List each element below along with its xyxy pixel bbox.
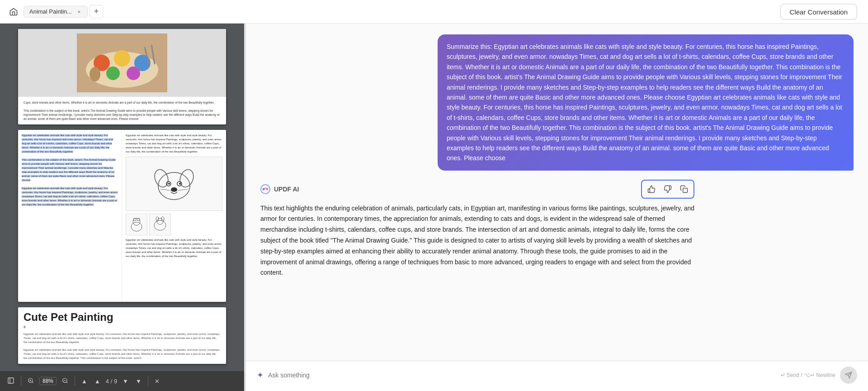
separator-2: [75, 377, 75, 386]
svg-rect-40: [683, 188, 688, 192]
page-indicator: 4 / 9: [106, 378, 117, 385]
document-tab[interactable]: Animal Paintin... ×: [24, 6, 88, 18]
ai-logo-row: UPDF AI: [260, 184, 299, 194]
svg-point-17: [171, 187, 177, 192]
pdf-page-2-left: Egyptian art celebrates animals like cat…: [18, 130, 122, 302]
pdf-page-1: Cups, store brands and other items. Whet…: [18, 29, 226, 124]
sketch-2: [149, 214, 171, 235]
chat-input-area: ✦ ↵ Send / ⌥↵ Newline: [246, 361, 868, 391]
svg-line-31: [32, 381, 33, 383]
copy-button[interactable]: [677, 182, 691, 196]
pdf-panel: Cups, store brands and other items. Whet…: [0, 24, 244, 391]
zoom-level[interactable]: 88%: [39, 377, 57, 385]
zoom-in-button[interactable]: [26, 377, 36, 386]
ai-response-text: This text highlights the enduring celebr…: [260, 203, 694, 279]
svg-point-3: [114, 50, 130, 67]
pdf-section-label: S: [18, 325, 226, 330]
close-panel-button[interactable]: ✕: [153, 377, 161, 386]
zoom-out-button[interactable]: [60, 377, 70, 386]
svg-point-10: [158, 172, 190, 200]
svg-point-6: [127, 67, 140, 80]
paint-palette-illustration: [77, 33, 167, 92]
pdf-right-text-bottom: Egyptian art celebrates animals like cat…: [126, 238, 222, 257]
tab-label: Animal Paintin...: [29, 8, 72, 15]
pdf-continuation-text: Egyptian art celebrates animals like cat…: [18, 348, 226, 364]
dog-sketch-area: [126, 157, 222, 211]
pdf-page-image: [18, 29, 226, 97]
user-message-text: Summarize this: Egyptian art celebrates …: [447, 43, 842, 162]
svg-line-18: [160, 189, 170, 191]
pdf-page-3: Cute Pet Painting S Egyptian art celebra…: [18, 307, 226, 364]
ai-label-text: UPDF AI: [274, 186, 299, 193]
top-bar: Animal Paintin... × + Clear Conversation: [0, 0, 868, 24]
highlighted-text-left-2: This combination is the subject of this …: [22, 158, 116, 181]
sketch-1: [126, 214, 147, 235]
svg-point-7: [90, 67, 100, 81]
thumbs-up-button[interactable]: [645, 182, 658, 196]
ai-response-header: UPDF AI: [260, 180, 694, 199]
pdf-right-text-top: Egyptian art celebrates animals like cat…: [126, 134, 222, 153]
dog-sketch-svg: [147, 161, 201, 206]
main-layout: Cups, store brands and other items. Whet…: [0, 24, 868, 391]
ai-response-block: UPDF AI: [260, 180, 694, 279]
pdf-bottom-toolbar: 88% ▲ ▲ 4 / 9 ▼ ▼ ✕: [0, 371, 244, 391]
animal-sketches-row: [126, 214, 222, 235]
highlighted-text-left: Egyptian art celebrates animals like cat…: [22, 134, 113, 153]
prev-page-button-2[interactable]: ▲: [93, 377, 102, 386]
cute-pet-title: Cute Pet Painting: [18, 307, 226, 325]
chat-input-row: ✦ ↵ Send / ⌥↵ Newline: [257, 367, 857, 384]
tab-close-button[interactable]: ×: [75, 8, 83, 15]
separator-1: [21, 377, 21, 386]
next-page-button[interactable]: ▼: [121, 377, 130, 386]
user-message-bubble: Summarize this: Egyptian art celebrates …: [438, 34, 854, 171]
svg-point-20: [131, 222, 142, 231]
updf-ai-logo-icon: [260, 184, 270, 194]
pdf-page-2: Egyptian art celebrates animals like cat…: [18, 130, 226, 302]
thumbs-down-button[interactable]: [661, 182, 675, 196]
chat-messages-area: Summarize this: Egyptian art celebrates …: [246, 24, 868, 361]
svg-line-19: [178, 189, 188, 191]
highlighted-text-left-3: Egyptian art celebrates animals like cat…: [22, 187, 118, 206]
svg-point-16: [179, 183, 181, 185]
input-hint-text: ↵ Send / ⌥↵ Newline: [781, 372, 835, 378]
prev-page-button[interactable]: ▲: [80, 377, 89, 386]
pdf-page-bottom-text: Egyptian art celebrates animals like cat…: [18, 330, 226, 348]
svg-line-35: [66, 381, 68, 383]
svg-point-21: [133, 218, 140, 225]
svg-point-27: [161, 217, 164, 221]
sidebar-toggle-button[interactable]: [5, 376, 16, 386]
pdf-page-2-right: Egyptian art celebrates animals like cat…: [122, 130, 226, 302]
ai-action-buttons: [641, 180, 694, 199]
svg-point-5: [106, 67, 120, 80]
send-button[interactable]: [840, 367, 857, 384]
svg-rect-28: [8, 378, 14, 383]
clear-conversation-button[interactable]: Clear Conversation: [780, 4, 857, 19]
separator-3: [148, 377, 148, 386]
next-page-button-2[interactable]: ▼: [134, 377, 143, 386]
svg-point-26: [156, 217, 159, 221]
ai-chat-panel: Summarize this: Egyptian art celebrates …: [246, 24, 868, 391]
pdf-pages-area: Cups, store brands and other items. Whet…: [0, 24, 244, 371]
svg-point-15: [168, 183, 170, 185]
chat-input-field[interactable]: [268, 372, 776, 379]
svg-point-24: [154, 220, 166, 230]
svg-point-37: [261, 185, 270, 194]
sparkle-icon: ✦: [257, 370, 264, 380]
pdf-page-1-text: Cups, store brands and other items. Whet…: [18, 97, 226, 124]
add-tab-button[interactable]: +: [90, 5, 103, 19]
home-button[interactable]: [5, 4, 22, 20]
